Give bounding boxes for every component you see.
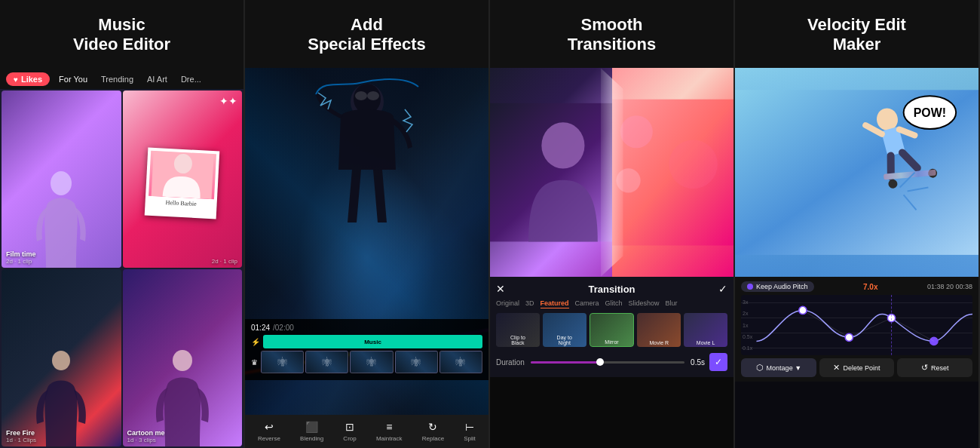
transition-right-frame [612, 68, 734, 277]
duration-value: 0.5s [691, 358, 705, 367]
transition-type-tabs: Original 3D Featured Camera Glitch Slide… [496, 299, 727, 308]
svg-point-13 [669, 140, 718, 189]
ttab-featured[interactable]: Featured [541, 299, 569, 308]
tab-aiart[interactable]: AI Art [142, 72, 172, 86]
duration-label: Duration [496, 358, 525, 367]
tab-dream[interactable]: Dre... [176, 72, 206, 86]
svg-point-7 [355, 91, 367, 100]
panel1-content: ♥ Likes For You Trending AI Art Dre... [0, 68, 243, 448]
page-peel-effect [601, 68, 623, 277]
stars-badge: ✦✦ [219, 95, 237, 107]
velocity-curve-svg [741, 295, 972, 355]
panel4-content: POW! Keep Audio Pitch 7.0x 01:38 20 00:3… [735, 68, 978, 448]
panel3-title: Smooth Transitions [490, 0, 733, 68]
grid-cell-1[interactable]: Film time 2d · 1 clip [2, 91, 121, 268]
reverse-btn[interactable]: ↩ Reverse [258, 421, 280, 442]
effect-thumb-3[interactable]: 🕷 [350, 351, 393, 373]
reset-label: Reset [931, 364, 949, 372]
audio-clip[interactable]: Music [263, 335, 482, 348]
clip-label: Music [364, 339, 381, 345]
time-current: 01:24 [251, 324, 270, 332]
grid-cell-4[interactable]: Cartoon me 1d · 3 clips [123, 269, 243, 446]
audio-pitch-toggle[interactable]: Keep Audio Pitch [741, 281, 814, 292]
crop-label: Crop [343, 435, 356, 442]
tab-trending[interactable]: Trending [96, 72, 138, 86]
trans-thumb-4[interactable]: Movie R [637, 313, 681, 347]
trans-thumb-5[interactable]: Movie L [684, 313, 727, 347]
delete-point-button[interactable]: ✕ Delete Point [819, 358, 895, 377]
svg-point-4 [173, 350, 192, 371]
time-display: 01:24 /02:00 [251, 324, 482, 332]
reset-button[interactable]: ↺ Reset [897, 358, 972, 377]
svg-line-37 [849, 318, 891, 338]
maintrack-label: Maintrack [376, 435, 403, 442]
transition-header: ✕ Transition ✓ [496, 283, 727, 295]
grid-cell-2[interactable]: Hello Barbie ✦✦ 2d · 1 clip [123, 91, 243, 268]
panel4-title: Velocity Edit Maker [735, 0, 978, 68]
panel2-title: Add Special Effects [245, 0, 488, 68]
replace-label: Replace [422, 435, 444, 442]
crop-btn[interactable]: ⊡ Crop [343, 421, 356, 442]
ttab-slideshow[interactable]: Slideshow [629, 299, 660, 308]
confirm-button[interactable]: ✓ [718, 283, 727, 295]
ttab-original[interactable]: Original [496, 299, 519, 308]
close-button[interactable]: ✕ [496, 283, 505, 295]
svg-point-12 [620, 115, 652, 148]
panel-music-video-editor: Music Video Editor ♥ Likes For You Trend… [0, 0, 245, 448]
ttab-glitch[interactable]: Glitch [605, 299, 623, 308]
effect-thumb-4[interactable]: 🕷 [395, 351, 438, 373]
transition-thumbnails: Clip toBlack Day toNight Mirror Movie R … [496, 313, 727, 347]
duration-track[interactable] [531, 361, 684, 364]
effect-thumb-5[interactable]: 🕷 [439, 351, 482, 373]
polaroid: Hello Barbie [145, 147, 220, 219]
delete-label: Delete Point [843, 364, 880, 372]
montage-button[interactable]: ⬡ Montage ▼ [741, 358, 816, 377]
cell1-label: Film time 2d · 1 clip [6, 250, 36, 265]
ttab-3d[interactable]: 3D [525, 299, 534, 308]
tt-label-2: Day toNight [543, 335, 586, 345]
tab-foryou[interactable]: For You [54, 72, 92, 86]
spiderman-figure [314, 72, 420, 238]
panel1-title: Music Video Editor [0, 0, 243, 68]
cell3-label: Free Fire 1d · 1 Clips [6, 429, 36, 443]
time-total: /02:00 [273, 324, 294, 332]
tab-likes[interactable]: ♥ Likes [6, 72, 50, 86]
crop-icon: ⊡ [345, 421, 354, 433]
maintrack-btn[interactable]: ≡ Maintrack [376, 421, 403, 442]
spiderman-background [245, 68, 488, 448]
transition-settings-panel: ✕ Transition ✓ Original 3D Featured Came… [490, 277, 733, 377]
trans-thumb-3[interactable]: Mirror [590, 313, 635, 347]
trans-thumb-1[interactable]: Clip toBlack [496, 313, 540, 347]
blending-btn[interactable]: ⬛ Blending [300, 421, 323, 442]
svg-point-3 [52, 351, 70, 370]
svg-point-0 [51, 171, 72, 195]
reset-icon: ↺ [921, 363, 928, 373]
replace-btn[interactable]: ↻ Replace [422, 421, 444, 442]
effect-thumb-2[interactable]: 🕷 [305, 351, 348, 373]
duration-handle[interactable] [596, 358, 604, 366]
effects-toolbar: ↩ Reverse ⬛ Blending ⊡ Crop ≡ Maintrack … [245, 415, 488, 448]
cell2-label: 2d · 1 clip [212, 258, 237, 265]
cell4-label: Cartoon me 1d · 3 clips [127, 429, 165, 443]
velocity-controls: Keep Audio Pitch 7.0x 01:38 20 00:38 3x … [735, 277, 978, 382]
panel-velocity-edit: Velocity Edit Maker [735, 0, 980, 448]
panel-special-effects: Add Special Effects [245, 0, 490, 448]
blending-icon: ⬛ [305, 421, 318, 433]
svg-text:POW!: POW! [914, 106, 946, 119]
panel3-content: ✕ Transition ✓ Original 3D Featured Came… [490, 68, 733, 448]
split-btn[interactable]: ⊢ Split [464, 421, 476, 442]
svg-line-38 [892, 318, 934, 342]
grid-cell-3[interactable]: Free Fire 1d · 1 Clips [2, 269, 121, 446]
ttab-blur[interactable]: Blur [666, 299, 678, 308]
lightning-track-icon: ⚡ [251, 338, 260, 346]
heart-icon: ♥ [14, 75, 18, 84]
ttab-camera[interactable]: Camera [575, 299, 599, 308]
velocity-graph: 3x 2x 1x 0.5x 0.1x [741, 295, 972, 355]
effect-thumb-1[interactable]: 🕷 [261, 351, 304, 373]
svg-point-8 [367, 91, 379, 100]
trans-thumb-2[interactable]: Day toNight [543, 313, 586, 347]
apply-button[interactable]: ✓ [709, 353, 727, 371]
split-icon: ⊢ [465, 421, 474, 433]
skater-figure: POW! [735, 68, 978, 277]
transition-preview [490, 68, 733, 277]
